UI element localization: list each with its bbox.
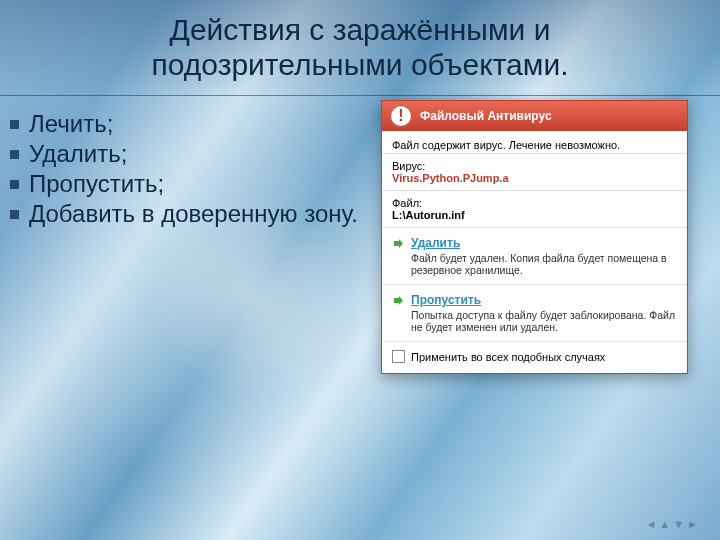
- alert-icon: !: [390, 105, 412, 127]
- apply-all-checkbox[interactable]: [392, 350, 405, 363]
- bullet-text: Удалить;: [29, 140, 360, 168]
- nav-arrows: ◄ ▲ ▼ ►: [645, 518, 698, 530]
- slide-title: Действия с заражёнными и подозрительными…: [0, 13, 720, 82]
- bullet-list: Лечить; Удалить; Пропустить; Добавить в …: [10, 110, 360, 230]
- dialog-header: ! Файловый Антивирус: [382, 101, 687, 131]
- file-label: Файл:: [392, 197, 677, 209]
- slide: Действия с заражёнными и подозрительными…: [0, 0, 720, 540]
- antivirus-dialog: ! Файловый Антивирус Файл содержит вирус…: [381, 100, 688, 374]
- checkbox-label: Применить во всех подобных случаях: [411, 351, 605, 363]
- file-row: Файл: L:\Autorun.inf: [382, 191, 687, 228]
- dialog-footer: Применить во всех подобных случаях: [382, 342, 687, 373]
- bullet-text: Пропустить;: [29, 170, 360, 198]
- bullet-icon: [10, 120, 19, 129]
- virus-row: Вирус: Virus.Python.PJump.a: [382, 154, 687, 191]
- action-skip[interactable]: Пропустить Попытка доступа к файлу будет…: [382, 285, 687, 342]
- action-desc: Файл будет удален. Копия файла будет пом…: [411, 252, 677, 276]
- virus-value: Virus.Python.PJump.a: [392, 172, 509, 184]
- action-delete[interactable]: Удалить Файл будет удален. Копия файла б…: [382, 228, 687, 285]
- nav-prev-icon[interactable]: ◄: [645, 518, 656, 530]
- virus-label: Вирус:: [392, 160, 677, 172]
- file-value: L:\Autorun.inf: [392, 209, 465, 221]
- bullet-icon: [10, 180, 19, 189]
- bullet-text: Добавить в доверенную зону.: [29, 200, 360, 228]
- action-label: Пропустить: [411, 293, 481, 307]
- bullet-text: Лечить;: [29, 110, 360, 138]
- title-band: Действия с заражёнными и подозрительными…: [0, 0, 720, 96]
- list-item: Пропустить;: [10, 170, 360, 198]
- nav-down-icon[interactable]: ▼: [673, 518, 684, 530]
- action-label: Удалить: [411, 236, 460, 250]
- nav-next-icon[interactable]: ►: [687, 518, 698, 530]
- bullet-icon: [10, 150, 19, 159]
- bullet-icon: [10, 210, 19, 219]
- list-item: Лечить;: [10, 110, 360, 138]
- nav-up-icon[interactable]: ▲: [659, 518, 670, 530]
- list-item: Добавить в доверенную зону.: [10, 200, 360, 228]
- arrow-right-icon: [392, 294, 405, 307]
- dialog-title: Файловый Антивирус: [420, 109, 552, 123]
- action-desc: Попытка доступа к файлу будет заблокиров…: [411, 309, 677, 333]
- arrow-right-icon: [392, 237, 405, 250]
- list-item: Удалить;: [10, 140, 360, 168]
- dialog-subtitle: Файл содержит вирус. Лечение невозможно.: [382, 131, 687, 154]
